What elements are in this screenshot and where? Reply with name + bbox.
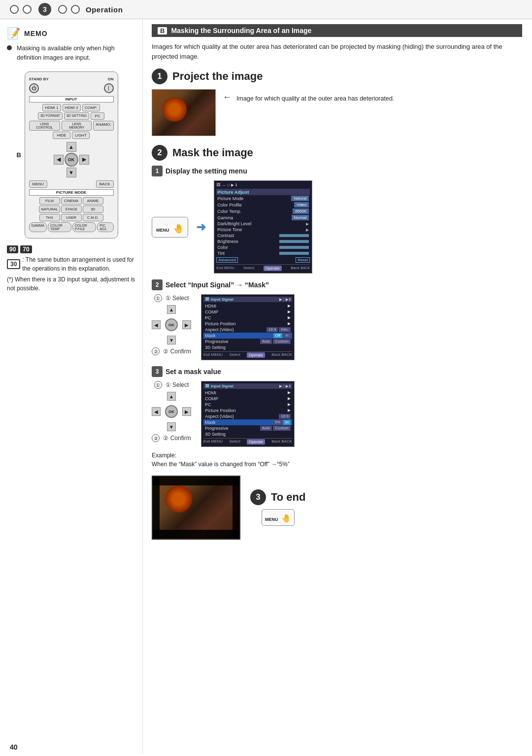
memo-icon: 📝 bbox=[7, 27, 20, 40]
to-end-menu-hand: MENU 🤚 bbox=[262, 509, 295, 526]
step1-title: Project the image bbox=[172, 70, 263, 83]
anime-button[interactable]: ANIME bbox=[83, 197, 103, 205]
step3-label: 3 Set a mask value bbox=[152, 366, 522, 377]
3d-setting-button[interactable]: 3D SETTING bbox=[64, 112, 89, 120]
substep2-label: 2 Select “Input Signal” → “Mask” bbox=[152, 279, 522, 290]
osd-adv-reset-row: Advanced Reset bbox=[216, 257, 310, 263]
on-button[interactable]: | bbox=[104, 83, 114, 93]
dpad-small-ok-1[interactable]: OK bbox=[165, 318, 178, 331]
pic-adj-button[interactable]: PIC ADJ. bbox=[97, 222, 113, 232]
dpad-small-wrap-1: ① ① Select ▲ ▼ ◀ ▶ OK ② ② Confirm bbox=[152, 294, 191, 355]
hdmi-row: HDMI 1 HDMI 2 COMP. bbox=[29, 104, 114, 111]
osd-picture-mode-row: Picture Mode Natural bbox=[216, 195, 310, 202]
osd-gamma-row: Gamma Normal bbox=[216, 214, 310, 221]
hide-light-row: HIDE LIGHT bbox=[29, 132, 114, 139]
3d-button[interactable]: 3D bbox=[83, 206, 103, 213]
section-b-title: Masking the Surrounding Area of an Image bbox=[171, 27, 311, 34]
ok-button[interactable]: OK bbox=[65, 153, 78, 167]
is2-aspect-row: Aspect (Video) 16:9 bbox=[203, 413, 292, 419]
dpad-small-up-2[interactable]: ▲ bbox=[167, 392, 176, 401]
is-select-1: Select bbox=[229, 352, 240, 358]
is2-hdmi-label: HDMI bbox=[205, 390, 216, 395]
circle-5 bbox=[71, 5, 80, 14]
cinema-button[interactable]: CINEMA bbox=[61, 197, 82, 205]
osd-advanced-btn[interactable]: Advanced bbox=[216, 257, 238, 263]
is2-3d-row: 3D Setting bbox=[203, 431, 292, 437]
is-prog-val2: Custom bbox=[273, 339, 291, 344]
menu-arrow-icon: ➜ bbox=[196, 220, 206, 234]
thx-button[interactable]: THX bbox=[39, 214, 60, 221]
dpad-small-right-2[interactable]: ▶ bbox=[182, 407, 191, 416]
osd-brightness-label: Brightness bbox=[217, 239, 238, 244]
standby-button[interactable]: ⏻ bbox=[29, 83, 39, 93]
gamma-button[interactable]: GAMMA bbox=[29, 222, 47, 232]
is2-comp-arrow: ▶ bbox=[288, 396, 291, 401]
is-top-1: 🖼 Input Signal ▶ □ ▶ ℹ bbox=[203, 297, 292, 302]
dpad-small-down-2[interactable]: ▼ bbox=[167, 422, 176, 431]
current-step: 3 bbox=[38, 3, 51, 16]
cmd-button[interactable]: C.M.D. bbox=[83, 214, 103, 221]
lens-memory-button[interactable]: LENS MEMORY bbox=[62, 121, 92, 131]
confirm-num-1: ② bbox=[152, 347, 160, 355]
is2-mask-row: Mask 5% In bbox=[203, 419, 292, 425]
substep1-number: 1 bbox=[152, 166, 163, 176]
osd-icon2: — bbox=[222, 183, 226, 187]
light-button[interactable]: LIGHT bbox=[72, 132, 90, 139]
step3-row: ① ① Select ▲ ▼ ◀ ▶ OK ② ② Confirm bbox=[152, 381, 522, 447]
on-label: ON bbox=[108, 77, 114, 81]
user-button[interactable]: USER bbox=[61, 214, 82, 221]
memo-header: 📝 MEMO bbox=[7, 27, 135, 40]
progress-circles: 3 bbox=[10, 3, 80, 16]
circle-2 bbox=[23, 5, 32, 14]
osd-reset-btn[interactable]: Reset bbox=[296, 257, 310, 263]
osd-color-row: Color bbox=[216, 244, 310, 250]
dpad-small-right-1[interactable]: ▶ bbox=[182, 320, 191, 329]
osd-title: Picture Adjust bbox=[217, 189, 249, 195]
pc-button[interactable]: PC bbox=[91, 112, 104, 120]
dpad-small-left-1[interactable]: ◀ bbox=[152, 320, 161, 329]
to-end-heading: 3 To end bbox=[250, 489, 305, 505]
is2-prog-values: Auto Custom bbox=[260, 426, 291, 431]
substep1-text: Display the setting menu bbox=[166, 167, 247, 175]
is-pc-arrow: ▶ bbox=[288, 315, 291, 320]
dpad-down-button[interactable]: ▼ bbox=[66, 168, 76, 177]
select-num-2: ① bbox=[154, 381, 162, 389]
dpad-small-left-2[interactable]: ◀ bbox=[152, 407, 161, 416]
is-mask-val1: Off bbox=[273, 333, 283, 338]
intro-text: Images for which quality at the outer ar… bbox=[152, 42, 522, 62]
dpad-small-up-1[interactable]: ▲ bbox=[167, 305, 176, 314]
dpad-right-button[interactable]: ▶ bbox=[79, 155, 89, 165]
is-aspect-val2: Info. bbox=[279, 327, 291, 332]
input-section-label: INPUT bbox=[29, 96, 114, 103]
osd-picture-mode-value: Natural bbox=[291, 196, 309, 201]
hide-button[interactable]: HIDE bbox=[53, 132, 70, 139]
arrow-left-icon: ← bbox=[223, 92, 232, 103]
comp-button[interactable]: COMP. bbox=[82, 104, 100, 111]
menu-button[interactable]: MENU bbox=[29, 180, 48, 188]
osd-icon4: ▶ bbox=[231, 183, 234, 187]
color-profile-button[interactable]: COLOR P.FILE bbox=[72, 222, 97, 232]
circle-4 bbox=[58, 5, 67, 14]
lens-control-button[interactable]: LENS CONTROL bbox=[29, 121, 61, 131]
dpad-small-ok-2[interactable]: OK bbox=[165, 405, 178, 418]
standby-label: STAND BY bbox=[29, 77, 49, 81]
back-button[interactable]: BACK bbox=[96, 180, 114, 188]
stage-button[interactable]: STAGE bbox=[61, 206, 82, 213]
dpad-small-down-1[interactable]: ▼ bbox=[167, 336, 176, 344]
is-operate-2: Operate bbox=[247, 439, 265, 445]
3d-format-button[interactable]: 3D FORMAT bbox=[38, 112, 63, 120]
film-button[interactable]: FILM bbox=[39, 197, 60, 205]
is2-prog-val1: Auto bbox=[260, 426, 272, 431]
bullet-dot bbox=[7, 45, 12, 50]
natural-button[interactable]: NATURAL bbox=[39, 206, 60, 213]
dpad-up-button[interactable]: ▲ bbox=[66, 142, 76, 152]
is-hdmi-row: HDMI ▶ bbox=[203, 303, 292, 309]
dpad-left-button[interactable]: ◀ bbox=[54, 155, 64, 165]
hdmi2-button[interactable]: HDMI 2 bbox=[63, 104, 81, 111]
is-bottom-1: Exit MENU Select Operate Back BACK bbox=[203, 351, 292, 358]
anamo-button[interactable]: ANAMO. bbox=[93, 121, 113, 131]
color-temp-button[interactable]: COLOR TEMP bbox=[48, 222, 71, 232]
osd-picture-adjust: 🖼 — □ ▶ ℹ Picture Adjust Picture Mode Na… bbox=[214, 180, 312, 274]
dpad: ▲ ▼ ◀ ▶ OK bbox=[54, 142, 89, 177]
hdmi1-button[interactable]: HDMI 1 bbox=[42, 104, 61, 111]
